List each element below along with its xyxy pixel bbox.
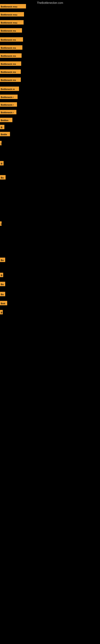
- bar-label: Bottleneck res: [0, 53, 22, 58]
- bar-label: Bottleneck res: [0, 37, 23, 42]
- bar-item: Bott: [0, 301, 7, 305]
- bar-label: Bottle: [0, 132, 10, 136]
- bar-item: Bottleneck r: [0, 94, 18, 99]
- bar-item: Bottleneck res: [0, 70, 21, 74]
- bar-item: Bo: [0, 282, 5, 286]
- bar-label: B: [0, 273, 3, 277]
- bar-label: |: [0, 222, 1, 226]
- bar-item: Bottleneck resu: [0, 12, 24, 16]
- chart-area: TheBottlenecker.com Bottleneck resuBottl…: [0, 0, 100, 644]
- bar-label: Bottleneck re: [0, 86, 19, 91]
- bar-label: Bottleneck resu: [0, 20, 24, 24]
- bar-item: Bottleneck resu: [0, 20, 24, 24]
- bar-item: Bo: [0, 258, 5, 262]
- bar-label: Bo: [0, 282, 5, 286]
- bar-label: Bottleneck res: [0, 28, 22, 32]
- bar-item: Bottleneck res: [0, 28, 22, 32]
- bar-item: Bottlen: [0, 118, 12, 122]
- bar-item: Bottle: [0, 132, 10, 136]
- bar-label: Bo: [0, 292, 5, 296]
- bar-item: |: [0, 222, 1, 226]
- bar-label: Bottleneck res: [0, 78, 21, 82]
- bar-label: Bottleneck res: [0, 45, 22, 50]
- bar-item: Bottleneck re: [0, 86, 19, 91]
- bar-label: Bottleneck r: [0, 102, 17, 107]
- bar-item: B: [0, 125, 4, 129]
- bar-label: B: [0, 310, 3, 314]
- bar-label: Bottleneck r: [0, 110, 16, 114]
- bar-item: Bo: [0, 175, 6, 180]
- bar-label: Bottleneck r: [0, 94, 18, 99]
- bar-item: Bottleneck r: [0, 102, 17, 107]
- bar-label: Bo: [0, 258, 5, 262]
- bar-item: Bottleneck res: [0, 78, 21, 82]
- bar-label: Bottleneck resu: [0, 12, 24, 16]
- bar-item: B: [0, 310, 3, 314]
- bar-label: B: [0, 125, 4, 129]
- bar-item: Bottleneck res: [0, 62, 21, 66]
- bar-item: B: [0, 273, 3, 277]
- bar-item: Bottleneck res: [0, 45, 22, 50]
- bar-item: Bo: [0, 292, 5, 296]
- bar-label: Bo: [0, 175, 6, 180]
- bar-label: B: [0, 161, 3, 166]
- bar-item: |: [0, 141, 1, 145]
- bar-label: Bottlen: [0, 118, 12, 122]
- bar-item: Bottleneck res: [0, 37, 23, 42]
- bar-item: Bottleneck resu: [0, 4, 26, 8]
- bar-label: Bottleneck res: [0, 62, 21, 66]
- bar-label: Bottleneck resu: [0, 4, 26, 8]
- bar-label: Bott: [0, 301, 7, 305]
- bar-item: Bottleneck res: [0, 53, 22, 58]
- bar-item: B: [0, 161, 3, 166]
- bar-label: |: [0, 141, 1, 145]
- bar-item: Bottleneck r: [0, 110, 16, 114]
- bar-label: Bottleneck res: [0, 70, 21, 74]
